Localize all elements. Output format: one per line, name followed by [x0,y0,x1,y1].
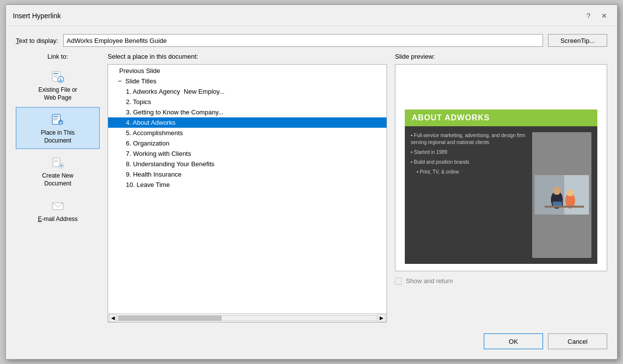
place-document-label: Place in ThisDocument [41,129,75,145]
close-button[interactable]: ✕ [597,9,611,23]
tree-item-slide-2[interactable]: 2. Topics [108,97,387,107]
scroll-right-arrow[interactable]: ▶ [378,314,386,322]
existing-file-icon [50,69,66,84]
text-display-input[interactable] [63,34,543,47]
center-panel-label: Select a place in this document: [108,53,387,60]
tree-item-slide-7[interactable]: 7. Working with Clients [108,148,387,159]
tree-item-slide-8[interactable]: 8. Understanding Your Benefits [108,159,387,169]
place-document-icon: P [50,111,66,127]
slide-bullet-1: • Full-service marketing, advertising, a… [411,132,528,146]
tree-scroll[interactable]: Previous Slide − Slide Titles 1. Adworks… [108,65,387,313]
text-display-label-text: Text to display: [16,37,58,44]
link-to-panel: Link to: [16,53,100,323]
show-return-checkbox[interactable] [395,278,402,285]
tree-item-slide-3[interactable]: 3. Getting to Know the Company... [108,107,387,117]
tree-item-slide-10[interactable]: 10. Leave Time [108,180,387,190]
svg-rect-8 [53,116,58,117]
show-return-label: Show and return [406,277,453,285]
tree-item-slide-4[interactable]: 4. About Adworks [108,117,387,128]
link-to-label: Link to: [16,53,100,60]
dialog-title: Insert Hyperlink [13,12,61,20]
bottom-buttons-row: OK Cancel [16,328,607,351]
slide-content-area: • Full-service marketing, advertising, a… [405,126,597,264]
cancel-button[interactable]: Cancel [548,333,607,349]
svg-point-25 [567,189,574,196]
title-bar-left: Insert Hyperlink [13,12,61,20]
svg-rect-14 [54,160,58,161]
tree-item-slide-1[interactable]: 1. Adworks Agency New Employ... [108,86,387,97]
existing-file-label: Existing File orWeb Page [39,86,78,102]
scroll-track[interactable] [118,315,377,321]
svg-rect-1 [53,73,58,74]
center-panel: Select a place in this document: Previou… [108,53,387,323]
slide-preview-inner: ABOUT ADWORKS • Full-service marketing, … [405,72,597,264]
slide-bullet-4: • Print, TV, & online [411,169,528,176]
email-label: E-mail Address [38,216,78,223]
title-bar: Insert Hyperlink ? ✕ [6,5,617,26]
main-area: Link to: [16,53,607,323]
svg-point-23 [553,187,561,195]
tree-item-expand [112,67,117,74]
link-to-existing-file[interactable]: Existing File orWeb Page [16,64,100,106]
horizontal-scrollbar[interactable]: ◀ ▶ [108,313,387,322]
text-display-row: Text to display: ScreenTip... [16,34,607,47]
scroll-thumb [118,316,222,321]
tree-item-expand-titles: − [118,77,123,85]
svg-rect-28 [545,206,584,208]
help-button[interactable]: ? [582,9,595,23]
tree-item-prev-slide[interactable]: Previous Slide [108,66,387,76]
scroll-left-arrow[interactable]: ◀ [109,314,117,322]
svg-text:P: P [60,121,63,125]
screentip-button[interactable]: ScreenTip... [548,34,607,47]
link-to-create-new[interactable]: Create NewDocument [16,150,100,192]
svg-rect-9 [53,118,58,119]
tree-item-slide-9[interactable]: 9. Health Insurance [108,169,387,180]
slide-bullet-3: • Build and position brands [411,159,528,166]
slide-title-text: ABOUT ADWORKS [412,113,490,122]
create-new-label: Create NewDocument [42,172,73,187]
link-to-place-document[interactable]: P Place in ThisDocument [16,107,100,149]
svg-rect-10 [53,119,57,120]
link-to-email[interactable]: E-mail Address [16,193,100,228]
email-icon [50,198,66,214]
slide-bullet-2: • Started in 1989 [411,149,528,156]
show-return-row: Show and return [395,277,607,285]
svg-rect-2 [53,75,58,76]
svg-rect-15 [54,161,58,162]
text-display-label: Text to display: [16,37,58,44]
slide-preview-box: ABOUT ADWORKS • Full-service marketing, … [395,64,607,271]
tree-item-slide-titles[interactable]: − Slide Titles [108,76,387,86]
slide-text-column: • Full-service marketing, advertising, a… [411,132,528,258]
ok-button[interactable]: OK [484,333,543,349]
right-panel: Slide preview: ABOUT ADWORKS • Full-serv… [395,53,607,323]
create-new-icon [50,154,66,170]
svg-rect-3 [53,76,57,77]
tree-item-slide-5[interactable]: 5. Accomplishments [108,128,387,138]
slide-image [532,132,591,258]
svg-rect-27 [553,202,562,206]
slide-white-top [405,72,597,109]
tree-item-slide-6[interactable]: 6. Organization [108,138,387,148]
dialog-body: Text to display: ScreenTip... Link to: [6,26,617,359]
link-to-items: Existing File orWeb Page P [16,64,100,227]
insert-hyperlink-dialog: Insert Hyperlink ? ✕ Text to display: Sc… [5,4,618,360]
title-bar-right: ? ✕ [582,9,611,23]
slide-preview-label: Slide preview: [395,53,607,60]
slide-green-bar: ABOUT ADWORKS [405,109,597,126]
tree-container: Previous Slide − Slide Titles 1. Adworks… [108,64,387,323]
